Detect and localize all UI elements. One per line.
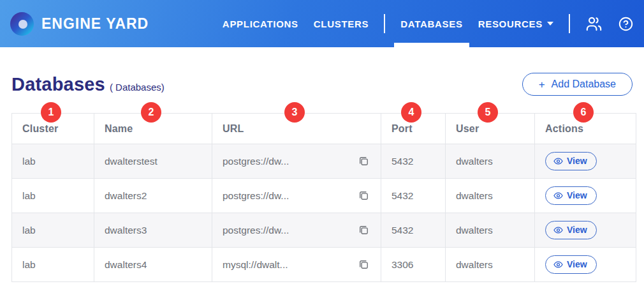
nav-item-resources[interactable]: RESOURCES	[478, 0, 553, 47]
column-badge-1: 1	[41, 102, 61, 123]
nav-item-resources-label: RESOURCES	[478, 19, 543, 29]
eye-icon	[553, 225, 563, 235]
table-row: lab dwalters2 postgres://dw... 5432	[12, 179, 636, 213]
nav-divider	[569, 14, 570, 33]
cell-cluster: lab	[12, 213, 94, 248]
cell-actions: View	[535, 248, 636, 282]
copy-icon[interactable]	[357, 223, 370, 237]
cell-cluster: lab	[12, 144, 94, 179]
column-badge-6: 6	[573, 102, 594, 123]
databases-table-container: 1 2 3 4 5 6 Cluster Name URL Port User A…	[11, 113, 633, 282]
cell-url: mysql://dwalt...	[212, 248, 381, 282]
eye-icon	[553, 156, 563, 166]
cell-actions: View	[535, 213, 636, 248]
cell-cluster: lab	[12, 248, 94, 282]
nav-divider	[384, 14, 385, 33]
add-database-label: Add Database	[552, 79, 616, 90]
url-text: postgres://dw...	[223, 190, 289, 202]
table-row: lab dwalters3 postgres://dw... 5432	[12, 213, 636, 248]
nav-item-applications[interactable]: APPLICATIONS	[223, 0, 298, 47]
column-badge-5: 5	[478, 102, 498, 123]
view-button[interactable]: View	[545, 221, 597, 239]
main-nav: APPLICATIONS CLUSTERS DATABASES RESOURCE…	[223, 0, 634, 47]
cell-user: dwalters	[446, 248, 535, 282]
engine-yard-logo-icon	[10, 12, 34, 36]
top-navigation-bar: ENGINE YARD APPLICATIONS CLUSTERS DATABA…	[0, 0, 644, 47]
url-text: postgres://dw...	[223, 156, 289, 167]
url-text: mysql://dwalt...	[223, 259, 288, 271]
eye-icon	[553, 260, 563, 269]
cell-port: 5432	[381, 144, 446, 179]
databases-table: Cluster Name URL Port User Actions lab d…	[11, 113, 636, 282]
table-row: lab dwalterstest postgres://dw... 5432	[12, 144, 636, 179]
cell-name: dwalters4	[94, 248, 212, 282]
url-text: postgres://dw...	[223, 225, 289, 236]
table-row: lab dwalters4 mysql://dwalt... 3306	[12, 248, 636, 282]
cell-port: 3306	[381, 248, 446, 282]
cell-actions: View	[535, 179, 636, 213]
plus-icon: +	[539, 79, 545, 90]
nav-item-databases[interactable]: DATABASES	[400, 0, 462, 47]
copy-icon[interactable]	[357, 189, 370, 202]
copy-icon[interactable]	[357, 258, 370, 271]
page-heading-row: Databases ( Databases) + Add Database	[0, 73, 644, 96]
help-icon[interactable]	[618, 16, 634, 32]
cell-name: dwalters3	[94, 213, 212, 248]
view-button[interactable]: View	[545, 255, 597, 274]
view-label: View	[567, 259, 587, 269]
cell-cluster: lab	[12, 179, 94, 213]
copy-icon[interactable]	[357, 154, 370, 168]
cell-user: dwalters	[446, 144, 535, 179]
view-label: View	[567, 156, 587, 166]
column-badge-4: 4	[401, 102, 421, 123]
cell-name: dwalterstest	[94, 144, 212, 179]
page-subtitle: ( Databases)	[110, 82, 165, 93]
cell-url: postgres://dw...	[212, 179, 381, 213]
brand-name: ENGINE YARD	[41, 15, 149, 33]
cell-port: 5432	[381, 213, 446, 248]
users-icon[interactable]	[585, 15, 603, 33]
table-header-row: Cluster Name URL Port User Actions	[12, 114, 636, 144]
view-label: View	[567, 225, 587, 235]
page-title: Databases	[11, 74, 105, 95]
view-button[interactable]: View	[545, 186, 597, 205]
view-label: View	[567, 190, 587, 200]
chevron-down-icon	[547, 22, 553, 26]
title-wrap: Databases ( Databases)	[11, 74, 165, 95]
add-database-button[interactable]: + Add Database	[522, 73, 633, 96]
column-badge-2: 2	[141, 102, 161, 123]
cell-port: 5432	[381, 179, 446, 213]
view-button[interactable]: View	[545, 152, 597, 170]
nav-item-clusters[interactable]: CLUSTERS	[314, 0, 369, 47]
brand-logo[interactable]: ENGINE YARD	[10, 12, 149, 36]
column-badge-3: 3	[284, 102, 305, 123]
cell-url: postgres://dw...	[212, 144, 381, 179]
cell-user: dwalters	[446, 179, 535, 213]
eye-icon	[553, 191, 563, 200]
cell-url: postgres://dw...	[212, 213, 381, 248]
cell-name: dwalters2	[94, 179, 212, 213]
cell-user: dwalters	[446, 213, 535, 248]
cell-actions: View	[535, 144, 636, 179]
